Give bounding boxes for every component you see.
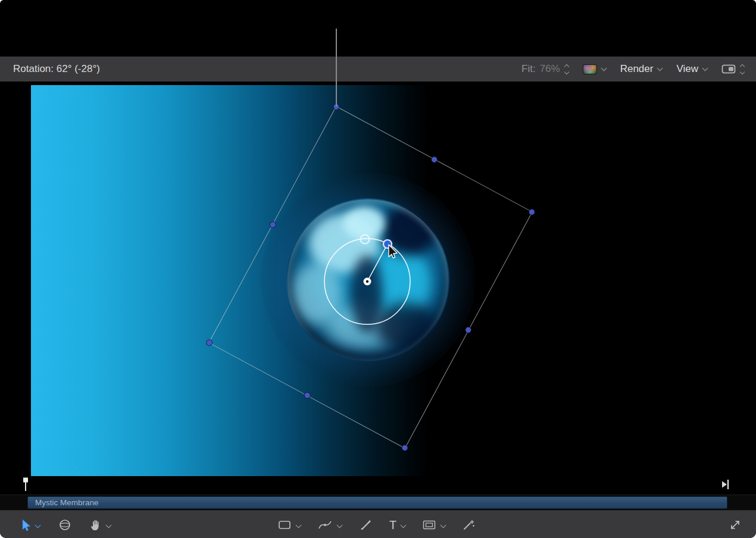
selection-handle[interactable] (401, 444, 408, 451)
view-menu-button[interactable]: View (676, 63, 707, 75)
selection-handle[interactable] (269, 221, 276, 228)
paint-stroke-tool[interactable] (358, 518, 373, 531)
timeline-layer-bar[interactable]: Mystic Membrane (27, 496, 727, 509)
text-tool[interactable]: T (389, 519, 396, 531)
chevron-down-icon (296, 522, 302, 528)
hand-icon (90, 518, 102, 531)
callout-line (336, 29, 337, 107)
select-arrow-icon (19, 518, 31, 531)
selection-handle[interactable] (430, 156, 438, 163)
rotation-readout: Rotation: 62° (-28°) (13, 63, 100, 75)
chevron-down-icon (337, 522, 343, 528)
display-layout-control[interactable] (721, 64, 744, 74)
motion-canvas-window: Rotation: 62° (-28°) Fit: 76% Render Vie… (0, 0, 756, 538)
display-stepper-icon (741, 65, 744, 74)
render-label: Render (620, 63, 654, 75)
transform-3d-icon (58, 518, 72, 531)
display-icon (721, 64, 736, 74)
render-menu-button[interactable]: Render (620, 63, 663, 75)
chevron-down-icon (401, 522, 407, 528)
fit-stepper-icon[interactable] (565, 65, 568, 74)
adjust-item-tool[interactable] (462, 518, 476, 531)
select-tool-dropdown[interactable] (35, 520, 40, 530)
chevron-down-icon (601, 65, 607, 71)
selection-bounding-box[interactable] (208, 106, 532, 449)
expand-diagonal-icon (729, 518, 742, 531)
mask-rectangle-icon (422, 519, 436, 531)
pan-hand-tool[interactable] (90, 518, 102, 531)
selection-handle[interactable] (465, 326, 472, 333)
selection-handle[interactable] (528, 208, 535, 215)
canvas-status-bar: Rotation: 62° (-28°) Fit: 76% Render Vie… (0, 57, 756, 82)
bezier-curve-icon (317, 519, 333, 531)
paintbrush-icon (358, 518, 373, 531)
shape-rectangle-tool[interactable] (277, 519, 292, 531)
bezier-tool-dropdown[interactable] (336, 520, 342, 530)
color-channel-control[interactable] (583, 64, 606, 74)
canvas-viewport[interactable] (31, 85, 725, 476)
selection-handle[interactable] (206, 339, 213, 346)
text-tool-dropdown[interactable] (400, 520, 405, 530)
chevron-down-icon (702, 65, 708, 71)
play-range-out-marker[interactable] (720, 478, 730, 493)
transform-3d-tool[interactable] (58, 518, 72, 531)
end-marker-icon (720, 478, 730, 490)
fit-value: 76% (540, 63, 560, 75)
mask-rectangle-tool[interactable] (422, 519, 436, 531)
mini-timeline: Mystic Membrane (0, 495, 756, 511)
chevron-down-icon (657, 65, 663, 71)
rectangle-icon (277, 519, 292, 531)
pin-icon (21, 477, 30, 492)
pan-tool-dropdown[interactable] (105, 520, 111, 530)
fit-label: Fit: (521, 63, 536, 75)
text-tool-glyph: T (389, 519, 396, 531)
timeline-layer-label: Mystic Membrane (35, 498, 99, 507)
selection-handle[interactable] (304, 392, 311, 399)
adjust-wand-icon (462, 518, 476, 531)
statusbar-controls: Fit: 76% Render View (521, 57, 744, 82)
chevron-down-icon (35, 522, 41, 528)
shape-tool-dropdown[interactable] (295, 520, 301, 530)
play-range-in-marker[interactable] (21, 477, 30, 495)
chevron-down-icon (441, 522, 446, 528)
view-label: View (676, 63, 698, 75)
color-swatch-icon (583, 64, 597, 74)
select-arrow-tool[interactable] (19, 518, 31, 531)
bezier-tool[interactable] (317, 519, 333, 531)
mask-tool-dropdown[interactable] (440, 520, 445, 530)
expand-view-button[interactable] (729, 518, 742, 531)
canvas-toolbar: T (0, 510, 756, 538)
fit-control[interactable]: Fit: 76% (521, 63, 568, 75)
chevron-down-icon (106, 522, 112, 528)
